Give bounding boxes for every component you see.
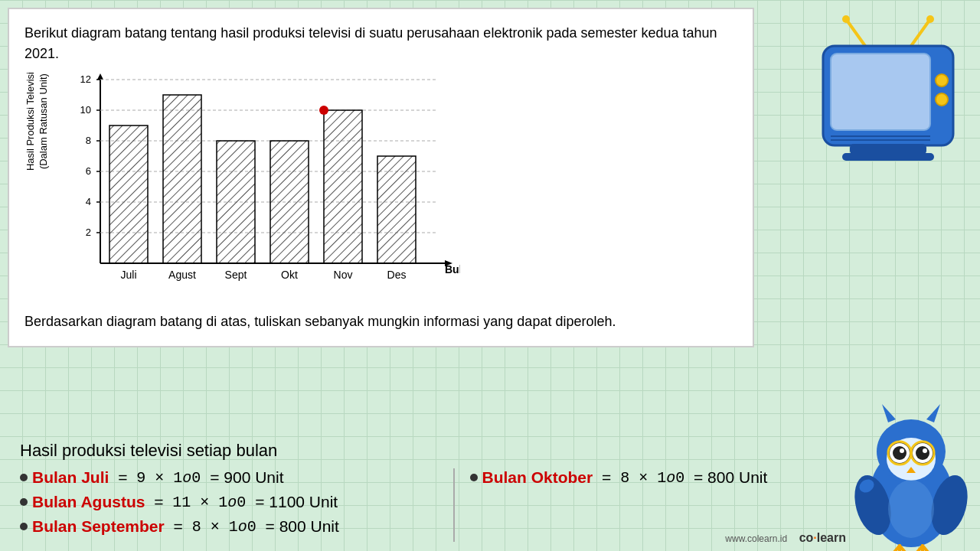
- svg-point-36: [936, 74, 948, 86]
- svg-line-30: [846, 19, 865, 46]
- svg-text:Bulan: Bulan: [445, 263, 460, 276]
- svg-text:Nov: Nov: [333, 269, 352, 281]
- answer-item-juli: Bulan Juli = 9 × 1o0 = 900 Unit: [20, 468, 438, 487]
- svg-point-52: [923, 448, 927, 453]
- svg-text:6: 6: [86, 165, 91, 177]
- svg-marker-44: [882, 404, 896, 422]
- question-text-1: Berikut diagram batang tentang hasil pro…: [24, 23, 737, 64]
- red-dot-marker: [319, 106, 328, 115]
- svg-line-31: [911, 19, 930, 46]
- result-agustus: = 1100 Unit: [250, 493, 338, 511]
- question-card: Berikut diagram batang tentang hasil pro…: [8, 8, 754, 347]
- svg-text:Agust: Agust: [168, 269, 196, 281]
- svg-text:10: 10: [80, 104, 90, 116]
- svg-text:4: 4: [86, 196, 91, 207]
- svg-point-50: [916, 446, 929, 460]
- svg-text:Juli: Juli: [120, 269, 136, 281]
- bar-okt: [270, 141, 309, 263]
- svg-marker-3: [97, 73, 103, 80]
- svg-point-33: [926, 15, 934, 23]
- result-juli: = 900 Unit: [205, 468, 283, 487]
- answer-title: Hasil produksi televisi setiap bulan: [20, 441, 887, 461]
- svg-rect-39: [842, 153, 934, 161]
- bullet-agustus: [20, 498, 28, 506]
- question-text-2: Berdasarkan diagram batang di atas, tuli…: [24, 311, 737, 332]
- svg-text:Des: Des: [387, 269, 406, 281]
- owl-illustration: [850, 398, 972, 551]
- svg-text:12: 12: [80, 73, 90, 85]
- bullet-juli: [20, 474, 28, 481]
- equals-juli: =: [113, 468, 132, 487]
- bar-juli: [109, 126, 148, 263]
- bar-chart-svg: 2 4 6 8 10: [54, 72, 460, 298]
- website-text: www.colearn.id: [725, 533, 787, 544]
- answer-item-oktober: Bulan Oktober = 8 × 1o0 = 800 Unit: [470, 468, 888, 487]
- owl-svg: [850, 398, 972, 551]
- svg-point-49: [893, 446, 906, 460]
- y-axis-label: Hasil Produksi Televisi(Dalam Ratusan Un…: [24, 72, 51, 186]
- answer-col-left: Bulan Juli = 9 × 1o0 = 900 Unit Bulan Ag…: [20, 468, 455, 542]
- answer-item-september: Bulan September = 8 × 1o0 = 800 Unit: [20, 517, 438, 536]
- result-oktober: = 800 Unit: [689, 468, 767, 487]
- result-september: = 800 Unit: [261, 517, 339, 536]
- tv-svg: [812, 15, 965, 176]
- svg-text:Sept: Sept: [224, 269, 247, 281]
- formula-juli: 9 × 1o0: [136, 469, 201, 487]
- tv-illustration: [812, 15, 965, 168]
- svg-text:2: 2: [86, 227, 91, 238]
- svg-point-37: [936, 93, 948, 106]
- bar-nov: [324, 110, 362, 263]
- bullet-oktober: [470, 474, 478, 481]
- formula-agustus: 11 × 1o0: [172, 494, 246, 511]
- equals-agustus: =: [149, 493, 168, 511]
- bar-sept: [217, 141, 255, 263]
- bar-agust: [163, 95, 201, 263]
- svg-point-65: [888, 480, 934, 538]
- chart-container: Hasil Produksi Televisi(Dalam Ratusan Un…: [24, 72, 737, 305]
- month-oktober: Bulan Oktober: [482, 468, 593, 487]
- equals-september: =: [169, 517, 188, 536]
- bullet-september: [20, 523, 28, 530]
- svg-rect-35: [831, 54, 930, 130]
- month-juli: Bulan Juli: [32, 468, 109, 487]
- answer-item-agustus: Bulan Agustus = 11 × 1o0 = 1100 Unit: [20, 493, 438, 511]
- svg-rect-38: [850, 144, 926, 155]
- svg-text:8: 8: [86, 135, 91, 146]
- equals-oktober: =: [597, 468, 616, 487]
- svg-point-32: [842, 15, 850, 23]
- formula-oktober: 8 × 1o0: [620, 469, 684, 487]
- formula-september: 8 × 1o0: [192, 518, 256, 536]
- chart-area: 2 4 6 8 10: [54, 72, 737, 298]
- bar-des: [377, 156, 416, 263]
- branding: www.colearn.id co·learn: [725, 531, 846, 545]
- svg-point-51: [900, 448, 904, 453]
- month-agustus: Bulan Agustus: [32, 493, 145, 511]
- svg-marker-45: [926, 404, 940, 422]
- month-september: Bulan September: [32, 517, 165, 536]
- colearn-logo: co·learn: [799, 531, 846, 544]
- svg-text:Okt: Okt: [281, 269, 298, 281]
